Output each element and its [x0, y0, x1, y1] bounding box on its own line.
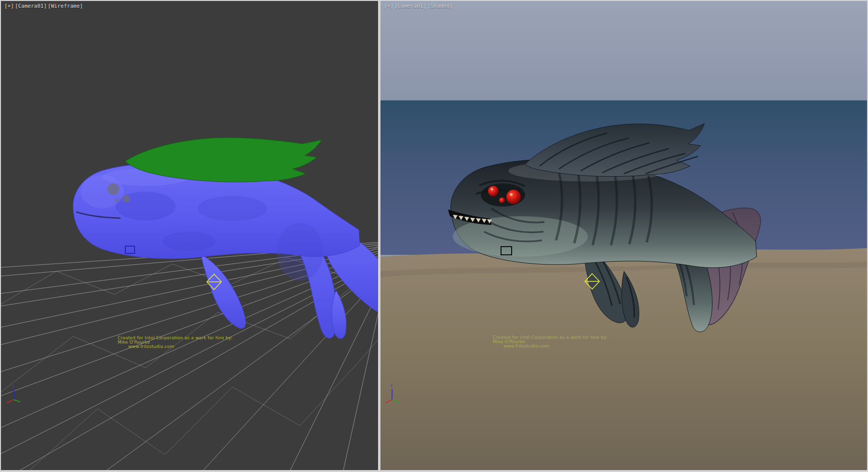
fish-eye	[506, 190, 521, 204]
axis-tripod-icon	[5, 383, 24, 404]
fish-eye-spot	[122, 195, 130, 203]
viewport-shading-label[interactable]: [Wireframe]	[48, 3, 83, 9]
attribution-text: Created for Intel Corporation as a work …	[118, 336, 232, 349]
attribution-text: Created for Intel Corporation as a work …	[493, 335, 608, 348]
attribution-line: www.fritzstudio.com	[128, 345, 232, 349]
viewport-menu-button[interactable]: [+]	[4, 3, 14, 9]
viewport-menu-button[interactable]: [+]	[384, 3, 393, 9]
viewport-camera-label[interactable]: [Camera01]	[394, 3, 426, 9]
fish-small-fin	[332, 291, 346, 339]
axis-z-label: z	[390, 383, 393, 388]
viewport-shaded[interactable]: [+] [Camera01] [Shaded]	[380, 1, 867, 470]
attribution-line: www.fritzstudio.com	[503, 344, 608, 348]
world-axis-icon: z	[5, 383, 24, 406]
axis-z-label: z	[12, 383, 14, 388]
fish-eye-spot	[108, 183, 119, 195]
fish-eye	[499, 197, 505, 203]
viewport-wireframe[interactable]: [+] [Camera01] [Wireframe]	[1, 1, 378, 470]
world-axis-icon: z	[383, 383, 403, 406]
eye-highlight	[510, 193, 513, 196]
axis-tripod-icon	[383, 383, 403, 404]
viewport-label: [+] [Camera01] [Shaded]	[384, 3, 453, 9]
eye-highlight	[491, 188, 493, 191]
fish-pectoral-fin	[201, 254, 245, 328]
wireframe-scene-canvas[interactable]	[1, 1, 378, 470]
shaded-scene-canvas[interactable]	[380, 1, 867, 470]
fish-eye	[488, 186, 499, 196]
sky-upper	[380, 1, 867, 100]
viewport-shading-label[interactable]: [Shaded]	[427, 3, 453, 9]
viewport-label: [+] [Camera01] [Wireframe]	[4, 3, 83, 9]
fish-eye-spot	[115, 198, 119, 202]
viewport-camera-label[interactable]: [Camera01]	[15, 3, 47, 9]
wireframe-fish-model[interactable]	[73, 138, 378, 339]
